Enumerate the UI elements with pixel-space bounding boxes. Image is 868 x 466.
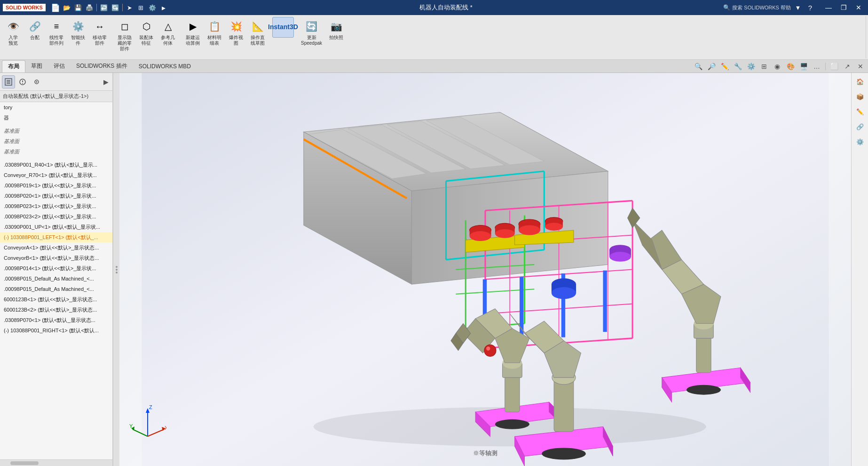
tree-item-part6[interactable]: .00098P023<2> (默认<<默认>_显示状... — [0, 211, 112, 222]
preview-label: 入学预览 — [8, 35, 18, 46]
linear-icon: ≡ — [49, 19, 64, 34]
feature-tree-btn[interactable] — [2, 75, 15, 88]
toolbar-btn-linear[interactable]: ≡ 线性零部件列 — [46, 17, 67, 48]
tab-layout[interactable]: 布局 — [2, 60, 25, 72]
3d-viewport[interactable]: Z X Y ※等轴测 — [119, 73, 851, 466]
tab-sw-mbd[interactable]: SOLIDWORKS MBD — [133, 61, 197, 72]
show-hide-icon: ◻ — [117, 19, 132, 34]
toolbar-btn-move[interactable]: ↔️ 移动零部件 — [89, 17, 110, 48]
toolbar-btn-bom[interactable]: 📋 材料明细表 — [204, 17, 225, 48]
right-btn-settings[interactable]: ⚙️ — [853, 135, 867, 148]
right-btn-edit[interactable]: ✏️ — [853, 105, 867, 118]
options-btn[interactable]: ⚙️ — [147, 2, 158, 13]
svg-rect-87 — [554, 378, 574, 432]
ref-geom-icon: △ — [160, 19, 175, 34]
svg-rect-41 — [603, 271, 607, 332]
right-btn-link[interactable]: 🔗 — [853, 120, 867, 133]
sec-btn-7[interactable]: ◉ — [772, 61, 783, 72]
property-manager-btn[interactable] — [16, 75, 29, 88]
tree-item-part13[interactable]: .00098P015_Default_As Machined_<... — [0, 284, 112, 294]
tree-item-0[interactable]: tory — [0, 102, 112, 112]
grid-btn[interactable]: ⊞ — [136, 2, 146, 13]
left-panel-expand[interactable]: ▶ — [102, 76, 110, 88]
open-btn[interactable]: 📂 — [62, 2, 72, 13]
tree-item-part12[interactable]: .00098P015_Default_As Machined_<... — [0, 273, 112, 284]
tree-item-plane3[interactable]: 基准面 — [0, 146, 112, 157]
panel-resize-handle[interactable] — [113, 73, 119, 466]
window-controls: — ❐ ✕ — [821, 0, 866, 15]
svg-point-92 — [484, 345, 496, 356]
redo-btn[interactable]: ↪️ — [110, 2, 120, 13]
toolbar-btn-snapshot[interactable]: 📷 拍快照 — [326, 17, 347, 42]
search-expand-btn[interactable]: ▼ — [793, 2, 803, 13]
right-btn-box[interactable]: 📦 — [853, 90, 867, 103]
tree-item-part3[interactable]: .00098P019<1> (默认<<默认>_显示状... — [0, 180, 112, 191]
tree-item-part17[interactable]: (-) 103088P001_RIGHT<1> (默认<默认... — [0, 325, 112, 336]
toolbar-btn-smart[interactable]: ⚙️ 智能扶件 — [68, 17, 88, 48]
toolbar-btn-ref-geom[interactable]: △ 参考几何体 — [158, 17, 178, 48]
assy-feature-icon: ⬡ — [139, 19, 154, 34]
close-btn[interactable]: ✕ — [851, 0, 866, 15]
toolbar-btn-motion[interactable]: ▶ 新建运动算例 — [182, 17, 203, 48]
feature-tree[interactable]: tory 器 基准面 基准面 基准面 .03089P001_R40<1> (默认… — [0, 102, 112, 459]
svg-point-49 — [495, 229, 515, 238]
config-manager-btn[interactable] — [30, 75, 43, 88]
svg-rect-65 — [505, 373, 520, 412]
horizontal-scrollbar[interactable] — [0, 459, 112, 466]
toolbar-btn-assy-feature[interactable]: ⬡ 装配体特征 — [136, 17, 157, 48]
tree-item-part5[interactable]: .00098P023<1> (默认<<默认>_显示状... — [0, 201, 112, 211]
print-btn[interactable]: 🖨️ — [84, 2, 95, 13]
sec-btn-1[interactable]: 🔍 — [693, 61, 704, 72]
sec-btn-8[interactable]: 🎨 — [785, 61, 796, 72]
search-label[interactable]: 搜索 SOLIDWORKS 帮助 — [732, 4, 791, 11]
maximize-btn[interactable]: ❐ — [836, 0, 851, 15]
tree-item-part8-highlighted[interactable]: (-) 103088P001_LEFT<1> (默认<默认_... — [0, 232, 112, 242]
more-btn[interactable]: ▸ — [158, 2, 169, 13]
sec-btn-4[interactable]: 🔧 — [732, 61, 743, 72]
toolbar-btn-show-hide[interactable]: ◻ 显示隐藏的零部件 — [114, 17, 135, 54]
tab-sw-plugins[interactable]: SOLIDWORKS 插件 — [71, 60, 133, 72]
viewport-maximize-btn[interactable]: ⬜ — [829, 61, 840, 72]
viewport-float-btn[interactable]: ↗ — [842, 61, 853, 72]
minimize-btn[interactable]: — — [821, 0, 836, 15]
svg-point-6 — [22, 83, 23, 84]
sec-btn-9[interactable]: 🖥️ — [798, 61, 809, 72]
sec-btn-2[interactable]: 🔎 — [706, 61, 717, 72]
tree-item-part10[interactable]: ConveyorB<1> (默认<<默认>_显示状态... — [0, 253, 112, 263]
sec-btn-5[interactable]: ⚙️ — [745, 61, 757, 72]
tree-item-part16[interactable]: .03089P070<1> (默认<默认_显示状态... — [0, 315, 112, 325]
tree-item-part2[interactable]: Conveyor_R70<1> (默认<默认_显示状... — [0, 170, 112, 180]
toolbar-btn-explode[interactable]: 💥 爆炸视图 — [226, 17, 246, 48]
toolbar-btn-assemble[interactable]: 🔗 合配 — [24, 17, 45, 42]
toolbar-btn-sketch-line[interactable]: 📐 操作直线草图 — [247, 17, 268, 48]
toolbar-btn-instant3d[interactable]: Instant3D — [272, 17, 294, 38]
toolbar-btn-preview[interactable]: 👁️ 入学预览 — [3, 17, 24, 48]
tree-item-part9[interactable]: ConveyorA<1> (默认<<默认>_显示状态... — [0, 242, 112, 253]
tree-item-part11[interactable]: .00098P014<1> (默认<<默认>_显示状... — [0, 263, 112, 273]
tree-item-part1[interactable]: .03089P001_R40<1> (默认<默认_显示... — [0, 160, 112, 170]
sec-btn-6[interactable]: ⊞ — [758, 61, 770, 72]
main-toolbar: 👁️ 入学预览 🔗 合配 ≡ 线性零部件列 ⚙️ 智能扶件 ↔️ 移动零部件 ◻… — [0, 15, 868, 60]
motion-label: 新建运动算例 — [186, 35, 200, 46]
tree-item-1[interactable]: 器 — [0, 112, 112, 123]
sec-btn-more[interactable]: … — [811, 61, 822, 72]
viewport-close-btn[interactable]: ✕ — [855, 61, 866, 72]
tree-item-plane1[interactable]: 基准面 — [0, 126, 112, 136]
tab-sketch[interactable]: 草图 — [25, 60, 48, 72]
tree-item-plane2[interactable]: 基准面 — [0, 136, 112, 146]
rebuild-btn[interactable]: ➤ — [125, 2, 135, 13]
tree-item-part7[interactable]: .03090P001_UP<1> (默认<默认_显示状... — [0, 222, 112, 232]
tree-item-part14[interactable]: 6000123B<1> (默认<<默认>_显示状态... — [0, 294, 112, 305]
right-sidebar: 🏠 📦 ✏️ 🔗 ⚙️ — [851, 73, 868, 466]
tab-evaluate[interactable]: 评估 — [48, 60, 71, 72]
toolbar-btn-speedpak[interactable]: 🔄 更新Speedpak — [298, 17, 325, 48]
save-btn[interactable]: 💾 — [73, 2, 83, 13]
undo-btn[interactable]: ↩️ — [99, 2, 109, 13]
sec-btn-3[interactable]: ✏️ — [719, 61, 730, 72]
tree-item-part15[interactable]: 6000123B<2> (默认<<默认>_显示状态... — [0, 305, 112, 315]
help-btn[interactable]: ? — [805, 2, 815, 13]
right-btn-home[interactable]: 🏠 — [853, 75, 867, 88]
tab-bar: 布局 草图 评估 SOLIDWORKS 插件 SOLIDWORKS MBD 🔍 … — [0, 60, 868, 73]
new-file-btn[interactable]: 📄 — [50, 2, 61, 13]
tree-item-part4[interactable]: .00098P020<1> (默认<<默认>_显示状... — [0, 191, 112, 201]
